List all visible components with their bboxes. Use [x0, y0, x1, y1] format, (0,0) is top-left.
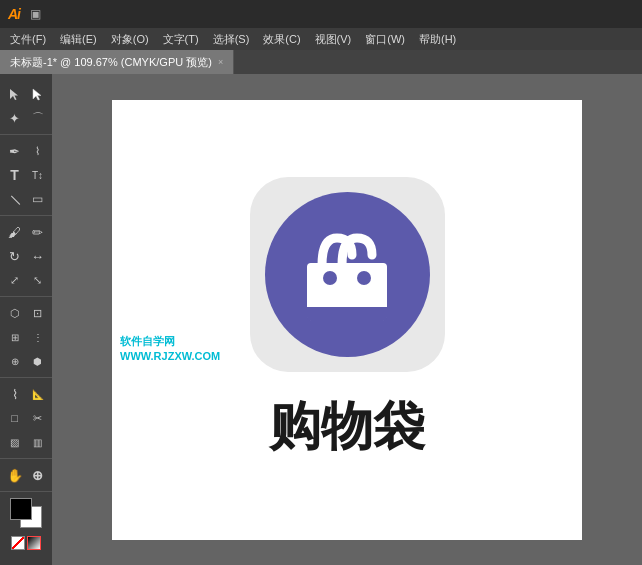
svg-rect-5 [307, 307, 387, 315]
measure-tool[interactable]: 📐 [27, 383, 48, 405]
icon-container [250, 177, 445, 372]
document-tab[interactable]: 未标题-1* @ 109.67% (CMYK/GPU 预览) × [0, 50, 234, 74]
perspective-tool[interactable]: ⊞ [4, 326, 25, 348]
symbol-tools: ⌇ 📐 □ ✂ ▨ ▥ [0, 378, 52, 459]
svg-rect-3 [307, 263, 387, 279]
svg-marker-0 [10, 89, 18, 100]
canvas-content: 购物袋 [112, 100, 582, 540]
title-bar: Ai ▣ [0, 0, 642, 28]
main-layout: ✦ ⌒ ✒ ⌇ T T↕ | ▭ 🖌 ✏ ↻ [0, 74, 642, 565]
tab-bar: 未标题-1* @ 109.67% (CMYK/GPU 预览) × [0, 50, 642, 74]
canvas-area: 软件自学网 WWW.RJZXW.COM [52, 74, 642, 565]
magic-wand-tool[interactable]: ✦ [4, 107, 25, 129]
pencil-tool[interactable]: ✏ [27, 221, 48, 243]
curvature-tool[interactable]: ⌇ [27, 140, 48, 162]
menu-type[interactable]: 文字(T) [157, 30, 205, 49]
menu-edit[interactable]: 编辑(E) [54, 30, 103, 49]
line-tool[interactable]: | [0, 184, 30, 214]
reshape-tools: ⬡ ⊡ ⊞ ⋮ ⊕ ⬢ [0, 297, 52, 378]
select-tool[interactable] [4, 83, 25, 105]
menu-help[interactable]: 帮助(H) [413, 30, 462, 49]
color-area [4, 492, 48, 554]
tab-label: 未标题-1* @ 109.67% (CMYK/GPU 预览) [10, 55, 212, 70]
paintbrush-tool[interactable]: 🖌 [4, 221, 25, 243]
hand-tool[interactable]: ✋ [4, 464, 25, 486]
menu-file[interactable]: 文件(F) [4, 30, 52, 49]
menu-bar: 文件(F) 编辑(E) 对象(O) 文字(T) 选择(S) 效果(C) 视图(V… [0, 28, 642, 50]
shopping-bag-svg [282, 210, 412, 340]
ai-logo: Ai [8, 6, 20, 22]
chinese-text-label: 购物袋 [269, 392, 425, 462]
menu-effect[interactable]: 效果(C) [257, 30, 306, 49]
shape-tool[interactable]: ▭ [27, 188, 48, 210]
pen-tool[interactable]: ✒ [4, 140, 25, 162]
mesh-tool[interactable]: ⋮ [27, 326, 48, 348]
svg-point-7 [357, 271, 371, 285]
menu-select[interactable]: 选择(S) [207, 30, 256, 49]
title-bar-icon: ▣ [30, 7, 41, 21]
svg-marker-1 [33, 89, 41, 100]
left-toolbar: ✦ ⌒ ✒ ⌇ T T↕ | ▭ 🖌 ✏ ↻ [0, 74, 52, 565]
tab-close-button[interactable]: × [218, 57, 223, 67]
artboard-tool[interactable]: □ [4, 407, 25, 429]
swatch-mini-row [11, 536, 41, 550]
shape-builder-tool[interactable]: ⊕ [4, 350, 25, 372]
gradient-swatch[interactable] [27, 536, 41, 550]
menu-object[interactable]: 对象(O) [105, 30, 155, 49]
icon-circle [265, 192, 430, 357]
type-tool[interactable]: T [4, 164, 25, 186]
envelope-tool[interactable]: ⊡ [27, 302, 48, 324]
slice-tool[interactable]: ✂ [27, 407, 48, 429]
paint-tools: 🖌 ✏ ↻ ↔ ⤢ ⤡ [0, 216, 52, 297]
none-swatch[interactable] [11, 536, 25, 550]
menu-view[interactable]: 视图(V) [309, 30, 358, 49]
foreground-color-swatch[interactable] [10, 498, 32, 520]
rotate-tool[interactable]: ↻ [4, 245, 25, 267]
draw-mode-normal[interactable]: □ [15, 559, 37, 565]
navigate-tools: ✋ ⊕ [0, 459, 52, 492]
live-paint-tool[interactable]: ⬢ [27, 350, 48, 372]
eyedropper-tool[interactable]: ⌇ [4, 383, 25, 405]
direct-select-tool[interactable] [27, 83, 48, 105]
reflect-tool[interactable]: ↔ [27, 245, 48, 267]
touch-type-tool[interactable]: T↕ [27, 164, 48, 186]
shear-tool[interactable]: ⤡ [27, 269, 48, 291]
color-swatches[interactable] [8, 496, 44, 532]
selection-tools: ✦ ⌒ [0, 78, 52, 135]
column-graph-tool[interactable]: ▥ [27, 431, 48, 453]
svg-point-6 [323, 271, 337, 285]
pen-tools: ✒ ⌇ T T↕ | ▭ [0, 135, 52, 216]
menu-window[interactable]: 窗口(W) [359, 30, 411, 49]
lasso-tool[interactable]: ⌒ [27, 107, 48, 129]
graph-tool[interactable]: ▨ [4, 431, 25, 453]
blend-tool[interactable]: ⬡ [4, 302, 25, 324]
zoom-tool[interactable]: ⊕ [27, 464, 48, 486]
scale-tool[interactable]: ⤢ [4, 269, 25, 291]
